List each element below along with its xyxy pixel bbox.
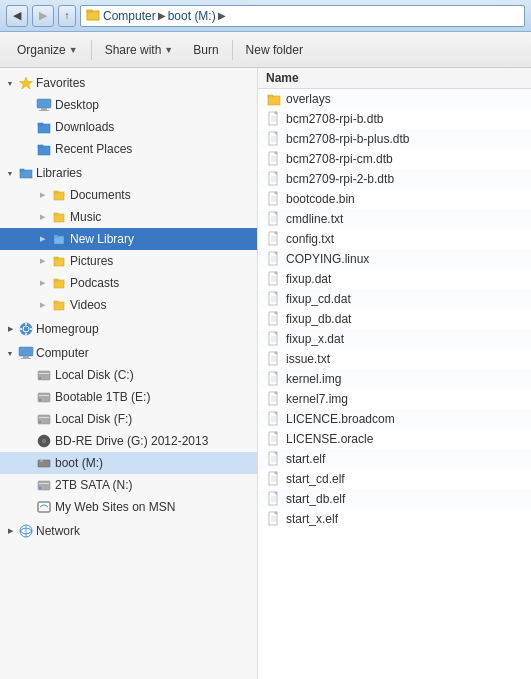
sidebar-item-new-library[interactable]: ▶ New Library xyxy=(0,228,257,250)
file-row[interactable]: cmdline.txt xyxy=(258,209,531,229)
file-row[interactable]: start_x.elf xyxy=(258,509,531,529)
sidebar-item-music[interactable]: ▶ Music xyxy=(0,206,257,228)
network-expand-icon xyxy=(4,525,16,537)
file-row[interactable]: bcm2708-rpi-cm.dtb xyxy=(258,149,531,169)
sidebar-item-local-f[interactable]: Local Disk (F:) xyxy=(0,408,257,430)
file-row[interactable]: issue.txt xyxy=(258,349,531,369)
sidebar-item-downloads[interactable]: Downloads xyxy=(0,116,257,138)
homegroup-expand-icon xyxy=(4,323,16,335)
file-row[interactable]: config.txt xyxy=(258,229,531,249)
sidebar: Favorites Desktop Downloads Recent Place… xyxy=(0,68,258,679)
svg-rect-54 xyxy=(268,95,273,97)
videos-label: Videos xyxy=(70,298,106,312)
up-button[interactable]: ↑ xyxy=(58,5,76,27)
sidebar-item-documents[interactable]: ▶ Documents xyxy=(0,184,257,206)
sidebar-item-2tb-n[interactable]: 2TB SATA (N:) xyxy=(0,474,257,496)
file-row[interactable]: bcm2708-rpi-b.dtb xyxy=(258,109,531,129)
file-row[interactable]: LICENSE.oracle xyxy=(258,429,531,449)
podcasts-icon xyxy=(51,275,67,291)
desktop-label: Desktop xyxy=(55,98,99,112)
svg-rect-8 xyxy=(38,146,50,155)
file-row[interactable]: start.elf xyxy=(258,449,531,469)
file-icon xyxy=(266,171,282,187)
title-bar: ◀ ▶ ↑ Computer ▶ boot (M:) ▶ xyxy=(0,0,531,32)
file-rows: overlays bcm2708-rpi-b.dtb bcm2708-rpi-b… xyxy=(258,89,531,529)
sidebar-item-msn[interactable]: My Web Sites on MSN xyxy=(0,496,257,518)
file-row[interactable]: bootcode.bin xyxy=(258,189,531,209)
homegroup-label: Homegroup xyxy=(36,322,99,336)
svg-rect-4 xyxy=(41,108,47,110)
videos-expand: ▶ xyxy=(36,299,48,311)
svg-rect-11 xyxy=(20,169,24,171)
file-icon xyxy=(266,191,282,207)
bootable-e-icon xyxy=(36,389,52,405)
svg-rect-46 xyxy=(40,460,43,462)
svg-rect-17 xyxy=(54,235,58,237)
svg-rect-45 xyxy=(38,460,50,467)
libraries-header[interactable]: Libraries xyxy=(0,162,257,184)
sidebar-item-boot-m[interactable]: boot (M:) xyxy=(0,452,257,474)
new-library-expand: ▶ xyxy=(36,233,48,245)
local-f-label: Local Disk (F:) xyxy=(55,412,132,426)
sidebar-item-recent-places[interactable]: Recent Places xyxy=(0,138,257,160)
svg-rect-1 xyxy=(87,10,92,12)
computer-label: Computer xyxy=(36,346,89,360)
file-name: bcm2709-rpi-2-b.dtb xyxy=(286,172,394,186)
homegroup-header[interactable]: Homegroup xyxy=(0,318,257,340)
back-button[interactable]: ◀ xyxy=(6,5,28,27)
file-row[interactable]: start_cd.elf xyxy=(258,469,531,489)
burn-button[interactable]: Burn xyxy=(184,37,227,63)
forward-button[interactable]: ▶ xyxy=(32,5,54,27)
favorites-header[interactable]: Favorites xyxy=(0,72,257,94)
breadcrumb-sep-2: ▶ xyxy=(218,10,226,21)
network-header[interactable]: Network xyxy=(0,520,257,542)
file-row[interactable]: bcm2709-rpi-2-b.dtb xyxy=(258,169,531,189)
file-row[interactable]: fixup_cd.dat xyxy=(258,289,531,309)
file-name: fixup_cd.dat xyxy=(286,292,351,306)
sidebar-item-bootable-e[interactable]: Bootable 1TB (E:) xyxy=(0,386,257,408)
file-row[interactable]: bcm2708-rpi-b-plus.dtb xyxy=(258,129,531,149)
file-row[interactable]: kernel.img xyxy=(258,369,531,389)
file-row[interactable]: fixup_x.dat xyxy=(258,329,531,349)
bootable-e-label: Bootable 1TB (E:) xyxy=(55,390,150,404)
computer-section: Computer Local Disk (C:) Bootable 1TB (E… xyxy=(0,342,257,518)
file-row[interactable]: LICENCE.broadcom xyxy=(258,409,531,429)
file-icon xyxy=(266,491,282,507)
podcasts-label: Podcasts xyxy=(70,276,119,290)
burn-label: Burn xyxy=(193,43,218,57)
music-icon xyxy=(51,209,67,225)
breadcrumb[interactable]: Computer ▶ boot (M:) ▶ xyxy=(80,5,525,27)
file-row[interactable]: overlays xyxy=(258,89,531,109)
file-list-header: Name xyxy=(258,68,531,89)
sidebar-item-local-c[interactable]: Local Disk (C:) xyxy=(0,364,257,386)
sidebar-item-desktop[interactable]: Desktop xyxy=(0,94,257,116)
file-icon xyxy=(266,371,282,387)
computer-header[interactable]: Computer xyxy=(0,342,257,364)
file-row[interactable]: COPYING.linux xyxy=(258,249,531,269)
file-row[interactable]: kernel7.img xyxy=(258,389,531,409)
sidebar-item-podcasts[interactable]: ▶ Podcasts xyxy=(0,272,257,294)
bdre-g-label: BD-RE Drive (G:) 2012-2013 xyxy=(55,434,208,448)
svg-rect-5 xyxy=(39,110,49,111)
network-section: Network xyxy=(0,520,257,542)
file-icon xyxy=(266,231,282,247)
favorites-expand-icon xyxy=(4,77,16,89)
file-row[interactable]: fixup_db.dat xyxy=(258,309,531,329)
2tb-n-label: 2TB SATA (N:) xyxy=(55,478,133,492)
share-with-arrow: ▼ xyxy=(164,45,173,55)
new-library-label: New Library xyxy=(70,232,134,246)
sidebar-item-videos[interactable]: ▶ Videos xyxy=(0,294,257,316)
file-icon xyxy=(266,131,282,147)
svg-rect-6 xyxy=(38,124,50,133)
libraries-expand-icon xyxy=(4,167,16,179)
svg-rect-9 xyxy=(38,145,43,147)
computer-icon xyxy=(18,345,34,361)
share-with-button[interactable]: Share with ▼ xyxy=(96,37,183,63)
organize-button[interactable]: Organize ▼ xyxy=(8,37,87,63)
sidebar-item-pictures[interactable]: ▶ Pictures xyxy=(0,250,257,272)
sidebar-item-bdre-g[interactable]: BD-RE Drive (G:) 2012-2013 xyxy=(0,430,257,452)
file-row[interactable]: fixup.dat xyxy=(258,269,531,289)
new-folder-button[interactable]: New folder xyxy=(237,37,312,63)
network-label: Network xyxy=(36,524,80,538)
file-row[interactable]: start_db.elf xyxy=(258,489,531,509)
